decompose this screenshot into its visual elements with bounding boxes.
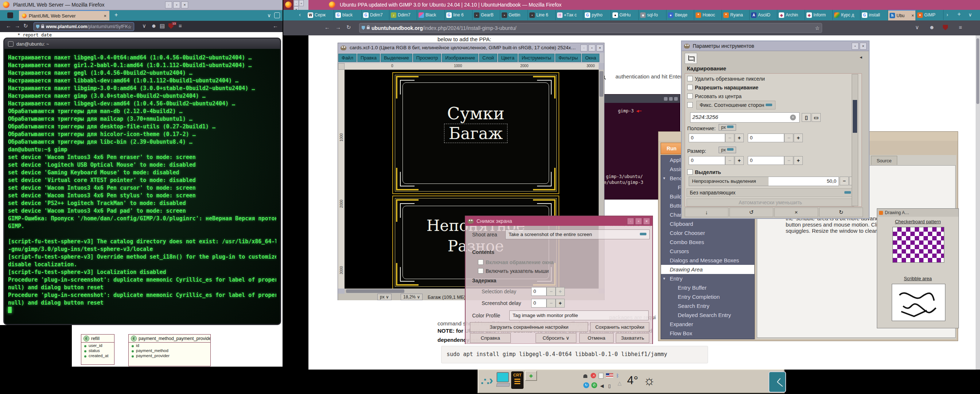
decrement-button[interactable]: − [784,134,793,142]
browser-tab[interactable]: • Black [417,10,445,20]
page-scrollbar[interactable] [975,35,980,370]
decrement-button[interactable]: − [725,134,734,142]
sidebar-item[interactable]: Search Entry [661,301,754,311]
clipboard-icon[interactable] [599,373,603,379]
browser-tab[interactable]: • Курс д [833,10,861,20]
increment-button[interactable]: + [794,156,803,165]
increment-button[interactable]: + [735,134,744,142]
pocket-icon[interactable]: ∨ [142,22,146,29]
allow-growing-checkbox[interactable]: Разрешить наращивание [687,85,758,91]
grab-button[interactable]: Захватить [616,333,649,343]
dialog-titlebar[interactable]: Снимок экрана · ▫ × [466,216,652,226]
save-options-button[interactable]: ↓ [685,207,729,217]
scribble-area[interactable] [892,284,945,321]
browser-tab[interactable]: ◆ Inform [805,10,833,20]
menu-item[interactable]: Изображение [442,54,478,62]
menu-item[interactable]: Цвета [498,54,518,62]
us-flag-icon[interactable] [606,373,613,378]
decrement-button[interactable]: − [840,177,849,185]
close-icon[interactable]: × [643,218,650,225]
bookmark-star-icon[interactable]: ☆ [127,24,132,30]
size-width-input[interactable]: 0 [689,156,725,165]
browser-tab[interactable]: ▪ Gettin [500,10,528,20]
sidebar-item[interactable]: Entry Buffer [661,283,754,292]
code-block[interactable]: sudo apt install gimp libgegl-0.4-0t64 l… [441,346,708,363]
scrollbar-thumb[interactable] [976,38,979,104]
increment-button[interactable]: + [735,156,744,165]
reload-icon[interactable]: ↻ [23,22,28,29]
brightness-sun-icon[interactable]: ☼ [643,373,655,388]
menu-item[interactable]: Выделение [380,54,412,62]
new-tab-button[interactable]: + [115,12,118,18]
menu-item[interactable]: Фильтры [555,54,581,62]
minimize-icon[interactable]: · [581,45,587,51]
decrement-button[interactable]: − [547,299,555,308]
menu-item[interactable]: Инструменты [519,54,555,62]
help-button[interactable]: Справка [470,333,511,343]
sidebar-item[interactable]: Dialogs and Message Boxes [661,256,754,265]
scrollbar-thumb[interactable] [600,71,603,97]
include-pointer-checkbox[interactable]: Включить указатель мыши [478,268,549,274]
titlebar-plantuml[interactable]: PlantUML Web Server — Mozilla Firefox ·▫… [0,0,283,10]
tab-plantuml[interactable]: PlantUML Web Server × [19,10,110,21]
speaker-icon[interactable]: ◀ [600,383,604,389]
collapse-icon[interactable]: ◂ [860,54,862,60]
close-icon[interactable]: × [860,43,867,49]
gimp-titlebar[interactable]: cards.xcf-1.0 (Цвета RGB 8 бит, нелинейн… [338,43,604,53]
include-frame-checkbox[interactable]: Включая обрамление окна [478,259,554,265]
save-settings-button[interactable]: Сохранить настройки [590,322,649,332]
highlight-checkbox[interactable]: Выделить [687,169,721,175]
position-x-input[interactable]: 0 [689,134,725,142]
minimize-icon[interactable]: · [294,0,299,6]
browser-tab[interactable]: G black [334,10,362,20]
expander-arrow-icon[interactable]: ▾ [663,274,665,283]
back-icon-secondary[interactable]: ← [273,22,278,29]
menu-icon[interactable]: ≡ [959,24,962,30]
reload-icon[interactable]: ↻ [346,24,351,30]
titlebar-ubuntuhandbook[interactable]: Ubuntu PPA updated with GIMP 3.0 for Ubu… [309,0,980,10]
forward-icon[interactable]: → [14,22,20,29]
browser-tab[interactable]: G Ddim7 [362,10,390,20]
expand-from-center-checkbox[interactable]: Рисовать из центра [687,93,741,99]
panel-scrollbar[interactable] [852,74,858,206]
landscape-icon[interactable]: ▭ [811,113,821,122]
maximize-icon[interactable]: ▫ [299,0,304,6]
guides-dropdown[interactable]: Без направляющих [687,188,854,197]
drawing-titlebar[interactable]: Drawing Area [877,209,958,217]
expander-arrow-icon[interactable]: ▾ [663,174,665,183]
browser-tab[interactable]: * Ryana [722,10,749,20]
sidebar-item[interactable]: Entry Completion [661,292,754,301]
browser-tab[interactable]: H «Так с [555,10,583,20]
screenshot-delay-input[interactable]: 0 [531,299,547,308]
menu-icon[interactable]: ≡ [179,22,182,29]
tab-close-icon[interactable]: × [103,13,107,19]
sidebar-item[interactable]: Combo Boxes [661,238,754,247]
panel-expand-icon[interactable]: △ [617,380,622,386]
run-button[interactable]: Run [660,143,682,154]
decrement-button[interactable]: − [784,156,793,165]
color-profile-dropdown[interactable]: Tag image with monitor profile [509,311,649,320]
tab-close-icon[interactable]: × [912,13,914,18]
sidebar-item[interactable]: Flow Box [661,329,754,338]
increment-button[interactable]: + [555,287,565,296]
decrement-button[interactable]: − [547,287,555,296]
list-tabs-icon[interactable]: ∨ [267,13,271,18]
zoom-dropdown[interactable]: 18,2% ∨ [401,294,423,300]
plantuml-editor-text[interactable]: * report date [18,32,52,38]
forward-icon[interactable]: → [336,24,341,30]
terminal-titlebar[interactable]: dan@ubuntu: ~ [5,39,280,49]
tab-source[interactable]: Source [871,156,897,165]
selection-marching-ants[interactable]: Багаж [444,124,508,143]
browser-tab[interactable]: ● GitHu [611,10,639,20]
browser-tab[interactable]: × GIMP [916,10,943,20]
maximize-icon[interactable]: ▫ [852,43,859,49]
crt-app-icon[interactable]: CRT [511,372,523,389]
tab-overview-icon[interactable] [274,13,280,18]
browser-tab[interactable]: ♪ Ddim7 [390,10,417,20]
ruler-corner-button[interactable] [338,63,345,70]
browser-tab[interactable]: ▪ GearB [473,10,500,20]
shoot-area-dropdown[interactable]: Take a screenshot of the entire screen [505,230,650,239]
maximize-icon[interactable]: ▫ [635,218,642,225]
launcher-logo-icon[interactable]: ⸫› [481,373,493,388]
menu-item[interactable]: Слой [479,54,497,62]
